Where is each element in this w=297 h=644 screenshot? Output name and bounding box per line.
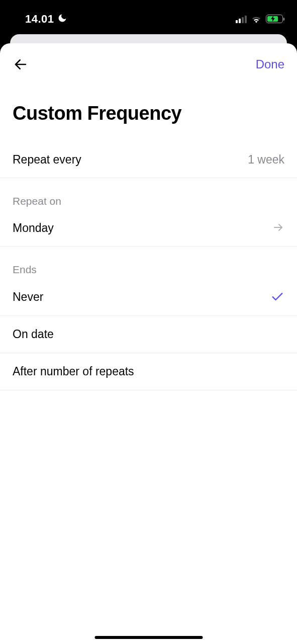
- ends-option-after-repeats[interactable]: After number of repeats: [0, 353, 297, 390]
- arrow-left-icon: [13, 57, 28, 72]
- done-button[interactable]: Done: [256, 57, 284, 71]
- ends-section: Never On date After number of repeats: [0, 279, 297, 390]
- cellular-signal-icon: [236, 15, 247, 23]
- wifi-icon: [251, 15, 262, 23]
- ends-header: Ends: [0, 247, 297, 279]
- charging-bolt-icon: [271, 16, 275, 23]
- status-left: 14.01: [25, 13, 67, 26]
- repeat-on-row[interactable]: Monday: [0, 210, 297, 247]
- ends-option-label: Never: [13, 290, 43, 304]
- page-title: Custom Frequency: [0, 77, 297, 142]
- ends-option-label: On date: [13, 328, 54, 341]
- chevron-right-icon: [272, 221, 284, 235]
- repeat-every-label: Repeat every: [13, 153, 81, 167]
- ends-option-label: After number of repeats: [13, 365, 134, 378]
- repeat-on-header: Repeat on: [0, 178, 297, 210]
- ends-option-never[interactable]: Never: [0, 279, 297, 316]
- repeat-every-row[interactable]: Repeat every 1 week: [0, 142, 297, 178]
- check-icon: [270, 289, 284, 305]
- main-sheet: Done Custom Frequency Repeat every 1 wee…: [0, 43, 297, 644]
- status-time: 14.01: [25, 13, 54, 26]
- nav-bar: Done: [0, 43, 297, 77]
- moon-icon: [57, 13, 67, 25]
- repeat-every-value: 1 week: [248, 153, 284, 167]
- home-indicator[interactable]: [94, 636, 203, 639]
- battery-icon: [266, 15, 283, 23]
- status-bar: 14.01: [0, 0, 297, 38]
- status-right: [236, 15, 283, 23]
- ends-option-on-date[interactable]: On date: [0, 316, 297, 353]
- back-button[interactable]: [13, 56, 29, 72]
- repeat-on-value: Monday: [13, 221, 54, 235]
